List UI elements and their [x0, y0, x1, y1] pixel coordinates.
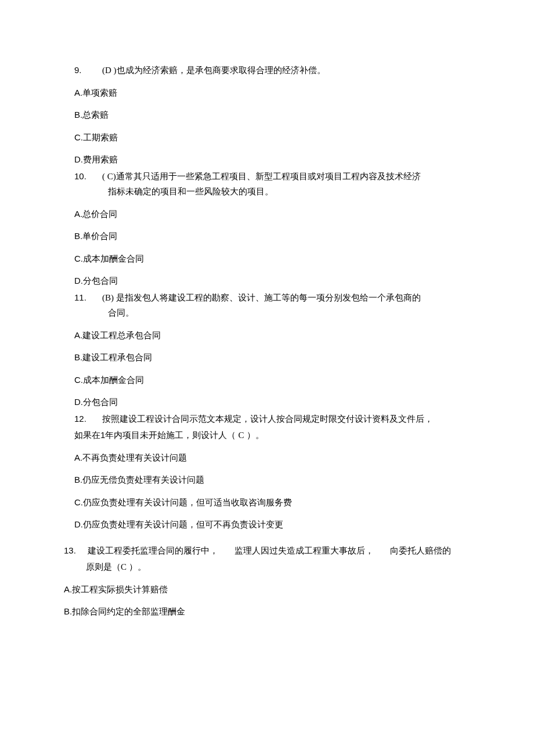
q12-text2c: ）。 — [247, 430, 264, 440]
option-text: 不再负责处理有关设计问题 — [82, 453, 187, 462]
q11-option-b: B.建设工程承包合同 — [74, 351, 470, 364]
q11-number: 11. — [74, 291, 91, 305]
q13-seg3: 向委托人赔偿的 — [390, 544, 451, 558]
q9-option-d: D.费用索赔 — [74, 153, 470, 167]
option-text: 总价合同 — [82, 209, 117, 219]
q10-option-a: A.总价合同 — [74, 208, 470, 221]
q13-stem-line1: 13. 建设工程委托监理合同的履行中， 监理人因过失造成工程重大事故后， 向委托… — [64, 544, 470, 558]
q13-option-b: B.扣除合同约定的全部监理酬金 — [64, 605, 470, 618]
q10-option-c: C.成本加酬金合同 — [74, 252, 470, 266]
q12-number: 12. — [74, 413, 91, 426]
q11-option-a: A.建设工程总承包合同 — [74, 329, 470, 342]
option-letter: B. — [74, 352, 82, 362]
q12-text2b: 年内项目未开始施工，则设计人（ — [105, 430, 236, 440]
option-text: 仍应负责处理有关设计问题，但可不再负责设计变更 — [83, 519, 283, 529]
option-letter: D. — [74, 397, 83, 407]
q9-option-b: B.总索赔 — [74, 108, 470, 122]
option-letter: C. — [74, 254, 83, 263]
q13-number: 13. — [64, 544, 80, 558]
q12-option-d: D.仍应负责处理有关设计问题，但可不再负责设计变更 — [74, 518, 470, 531]
q12-stem: 12.按照建设工程设计合同示范文本规定，设计人按合同规定时限交付设计资料及文件后… — [74, 413, 470, 426]
option-letter: D. — [74, 276, 83, 285]
q9-option-c: C.工期索赔 — [74, 131, 470, 144]
q13-seg2: 监理人因过失造成工程重大事故后， — [234, 544, 374, 558]
option-text: 扣除合同约定的全部监理酬金 — [72, 606, 185, 616]
option-letter: A. — [74, 453, 82, 462]
option-letter: B. — [74, 110, 82, 120]
option-text: 建设工程承包合同 — [82, 352, 152, 362]
option-letter: A. — [64, 584, 72, 594]
q13-text2a: 原则是（ — [86, 562, 121, 571]
option-letter: C. — [74, 375, 83, 385]
q13-stem-line2: 原则是（C ）。 — [64, 560, 470, 574]
option-letter: D. — [74, 519, 83, 529]
q11-option-c: C.成本加酬金合同 — [74, 374, 470, 387]
q11-stem: 11.(B) 是指发包人将建设工程的勘察、设计、施工等的每一项分别发包给一个承包… — [74, 291, 470, 320]
option-text: 成本加酬金合同 — [83, 375, 144, 385]
option-text: 仍应无偿负责处理有关设计问题 — [82, 475, 204, 484]
question-13: 13. 建设工程委托监理合同的履行中， 监理人因过失造成工程重大事故后， 向委托… — [64, 544, 470, 574]
q10-option-d: D.分包合同 — [74, 274, 470, 288]
option-letter: B. — [74, 475, 82, 484]
question-10: 10.( C)通常其只适用于一些紧急工程项目、新型工程项目或对项目工程内容及技术… — [74, 170, 470, 288]
q9-text: 也成为经济索赔，是承包商要求取得合理的经济补偿。 — [117, 65, 326, 75]
q10-stem: 10.( C)通常其只适用于一些紧急工程项目、新型工程项目或对项目工程内容及技术… — [74, 170, 470, 198]
option-text: 单价合同 — [82, 231, 117, 241]
q13-option-a: A.按工程实际损失计算赔偿 — [64, 583, 470, 596]
option-text: 单项索赔 — [82, 88, 117, 97]
option-text: 仍应负责处理有关设计问题，但可适当收取咨询服务费 — [83, 497, 292, 507]
q10-number: 10. — [74, 170, 91, 183]
option-text: 分包合同 — [83, 276, 118, 285]
q9-answer-marker: (D ) — [102, 66, 117, 75]
q10-text-line2: 指标未确定的项目和一些风险较大的项目。 — [74, 185, 470, 198]
option-letter: C. — [74, 497, 83, 507]
option-text: 按工程实际损失计算赔偿 — [72, 584, 168, 594]
option-text: 建设工程总承包合同 — [82, 330, 161, 340]
option-letter: D. — [74, 154, 83, 164]
question-12: 12.按照建设工程设计合同示范文本规定，设计人按合同规定时限交付设计资料及文件后… — [74, 413, 470, 531]
q11-option-d: D.分包合同 — [74, 396, 470, 409]
q12-answer-marker: C — [239, 431, 244, 440]
question-9: 9.(D )也成为经济索赔，是承包商要求取得合理的经济补偿。 A.单项索赔 B.… — [74, 64, 470, 167]
q12-option-c: C.仍应负责处理有关设计问题，但可适当收取咨询服务费 — [74, 496, 470, 509]
option-letter: B. — [74, 231, 82, 241]
q13-seg1: 建设工程委托监理合同的履行中， — [88, 545, 218, 555]
q10-answer-marker: ( C) — [102, 172, 116, 181]
q9-stem: 9.(D )也成为经济索赔，是承包商要求取得合理的经济补偿。 — [74, 64, 470, 77]
option-letter: C. — [74, 132, 83, 142]
q11-text-line2: 合同。 — [74, 306, 470, 320]
q12-text-line1: 按照建设工程设计合同示范文本规定，设计人按合同规定时限交付设计资料及文件后， — [102, 414, 433, 424]
q13-answer-marker: C — [121, 562, 127, 571]
q10-option-b: B.单价合同 — [74, 230, 470, 243]
option-text: 总索赔 — [82, 110, 109, 120]
option-text: 工期索赔 — [83, 132, 118, 142]
q13-options: A.按工程实际损失计算赔偿 B.扣除合同约定的全部监理酬金 — [64, 583, 470, 618]
q11-answer-marker: (B) — [102, 293, 114, 302]
q13-text2b: ）。 — [127, 562, 146, 571]
q10-text-line1: 通常其只适用于一些紧急工程项目、新型工程项目或对项目工程内容及技术经济 — [116, 171, 421, 181]
q9-option-a: A.单项索赔 — [74, 86, 470, 100]
q12-text2a: 如果在 — [74, 430, 100, 440]
q9-number: 9. — [74, 64, 91, 77]
option-letter: A. — [74, 330, 82, 340]
option-letter: A. — [74, 209, 82, 219]
q12-option-b: B.仍应无偿负责处理有关设计问题 — [74, 473, 470, 487]
q11-text-line1: 是指发包人将建设工程的勘察、设计、施工等的每一项分别发包给一个承包商的 — [116, 292, 421, 302]
q12-option-a: A.不再负责处理有关设计问题 — [74, 451, 470, 465]
q12-stem-line2: 如果在1年内项目未开始施工，则设计人（ C ）。 — [74, 429, 470, 442]
option-letter: A. — [74, 88, 82, 97]
option-text: 成本加酬金合同 — [83, 254, 144, 263]
question-11: 11.(B) 是指发包人将建设工程的勘察、设计、施工等的每一项分别发包给一个承包… — [74, 291, 470, 409]
option-letter: B. — [64, 606, 72, 616]
option-text: 分包合同 — [83, 397, 118, 407]
option-text: 费用索赔 — [83, 154, 118, 164]
